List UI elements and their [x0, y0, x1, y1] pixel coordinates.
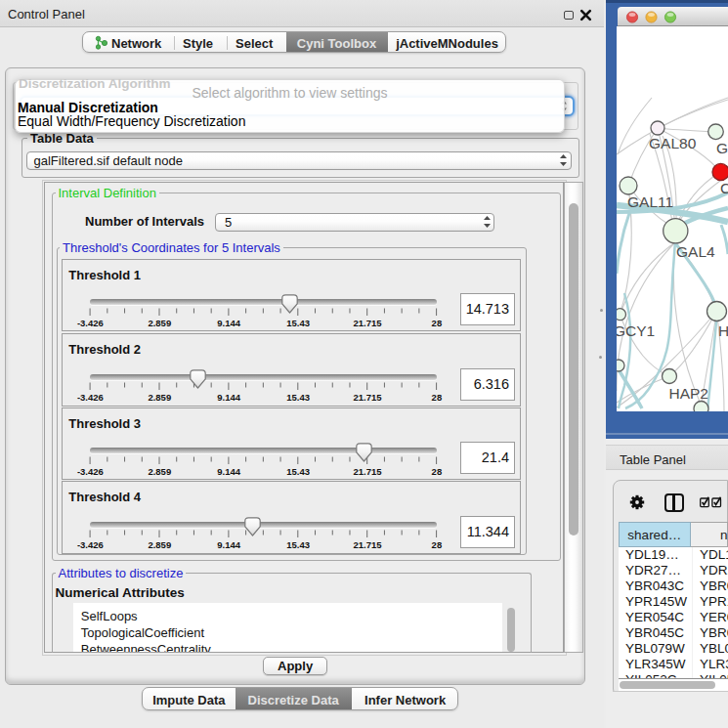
svg-text:GAL80: GAL80 — [649, 135, 697, 151]
svg-text:G.: G. — [716, 140, 728, 156]
svg-text:C: C — [720, 180, 728, 196]
svg-text:GCY1: GCY1 — [617, 322, 655, 339]
svg-text:GAL11: GAL11 — [627, 193, 673, 210]
svg-text:HAP2: HAP2 — [669, 385, 709, 402]
svg-text:GAL4: GAL4 — [676, 243, 715, 260]
svg-text:H: H — [718, 322, 728, 339]
